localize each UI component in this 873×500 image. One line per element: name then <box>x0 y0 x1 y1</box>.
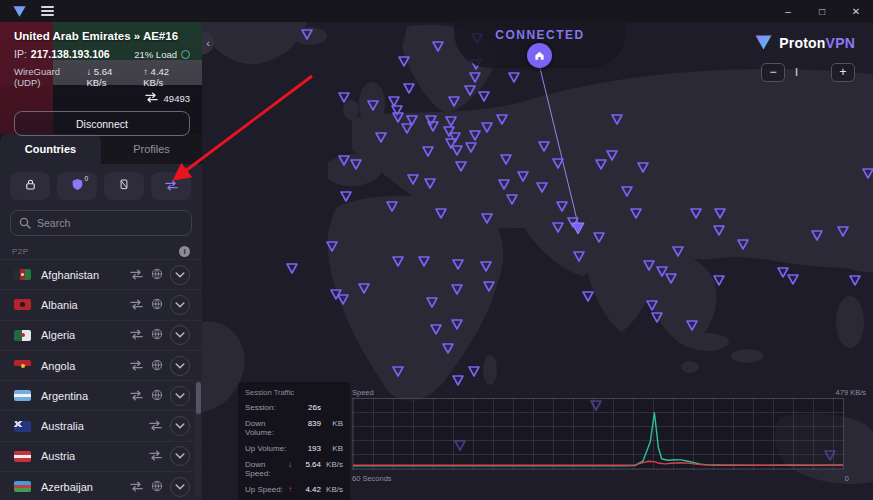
load-ring-icon <box>181 50 190 59</box>
port-forwarding-icon <box>164 179 179 194</box>
forwarded-port: 49493 <box>164 93 190 104</box>
ip-address: 217.138.193.106 <box>31 48 110 60</box>
country-list: AfghanistanAlbaniaAlgeriaAngolaArgentina… <box>0 259 202 500</box>
app-logo-icon <box>12 5 27 18</box>
p2p-icon <box>129 296 144 314</box>
p2p-icon <box>129 478 144 496</box>
country-name: Argentina <box>41 390 88 402</box>
minimize-button[interactable]: – <box>771 0 805 22</box>
connection-card: United Arab Emirates » AE#16 IP: 217.138… <box>0 22 202 134</box>
secure-core-button[interactable] <box>10 172 50 200</box>
p2p-icon <box>129 326 144 344</box>
expand-country-button[interactable] <box>170 356 190 376</box>
speed-chart <box>352 398 844 470</box>
country-row-at[interactable]: Austria <box>0 441 202 471</box>
country-row-dz[interactable]: Algeria <box>0 320 202 350</box>
sidebar: United Arab Emirates » AE#16 IP: 217.138… <box>0 22 202 500</box>
chevron-left-icon: ‹ <box>206 37 210 49</box>
zoom-in-button[interactable]: + <box>831 63 855 82</box>
tab-countries[interactable]: Countries <box>0 134 101 164</box>
flag-icon-at <box>14 451 31 462</box>
p2p-icon <box>129 357 144 375</box>
country-row-al[interactable]: Albania <box>0 289 202 319</box>
proton-triangle-icon <box>754 34 773 51</box>
maximize-button[interactable]: □ <box>805 0 839 22</box>
expand-country-button[interactable] <box>170 295 190 315</box>
upload-speed: ↑ 4.42 KB/s <box>143 66 190 88</box>
speed-chart-title: Speed <box>352 388 374 397</box>
titlebar: – □ ✕ <box>0 0 873 22</box>
shield-icon <box>71 178 84 194</box>
session-stat-row: Up Speed:↑4.42KB/s <box>245 485 343 494</box>
session-traffic-panel: Session Traffic Session:26sDown Volume:8… <box>238 382 350 500</box>
country-name: Australia <box>41 420 84 432</box>
session-stat-row: Down Speed:↓5.64KB/s <box>245 460 343 478</box>
country-row-ar[interactable]: Argentina <box>0 380 202 410</box>
flag-icon-az <box>14 481 31 492</box>
home-location-marker[interactable] <box>527 43 552 68</box>
connected-server-name: United Arab Emirates » AE#16 <box>14 30 190 42</box>
search-icon <box>19 217 31 229</box>
session-stat-row: Up Volume:193KB <box>245 444 343 453</box>
session-traffic-title: Session Traffic <box>245 388 343 397</box>
p2p-icon <box>148 447 163 465</box>
country-row-ao[interactable]: Angola <box>0 350 202 380</box>
country-name: Afghanistan <box>41 269 99 281</box>
world-map[interactable]: CONNECTED ‹ ProtonVPN − I + Session Traf… <box>202 22 873 500</box>
globe-icon <box>151 478 163 496</box>
search-input[interactable] <box>37 217 167 229</box>
port-forwarding-arrows-icon <box>144 92 159 105</box>
country-row-az[interactable]: Azerbaijan <box>0 471 202 500</box>
country-row-af[interactable]: Afghanistan <box>0 259 202 289</box>
expand-country-button[interactable] <box>170 386 190 406</box>
section-label-p2p: P2P <box>12 247 29 256</box>
flag-icon-dz <box>14 330 31 341</box>
disconnect-button[interactable]: Disconnect <box>14 111 190 136</box>
countries-panel: 0 P2P i AfghanistanAlbaniaAlgeriaAngolaA… <box>0 164 202 500</box>
sidebar-tabs: Countries Profiles <box>0 134 202 164</box>
protocol-label: WireGuard (UDP) <box>14 66 86 88</box>
flag-icon-au <box>14 421 31 432</box>
expand-country-button[interactable] <box>170 477 190 497</box>
country-name: Austria <box>41 450 75 462</box>
download-speed: ↓ 5.64 KB/s <box>86 66 133 88</box>
speed-chart-x-right: 0 <box>845 474 849 483</box>
server-load: 21% Load <box>134 49 190 60</box>
expand-country-button[interactable] <box>170 446 190 466</box>
speed-chart-x-left: 60 Seconds <box>352 474 392 483</box>
country-name: Angola <box>41 360 75 372</box>
tab-profiles[interactable]: Profiles <box>101 134 202 164</box>
flag-icon-ar <box>14 390 31 401</box>
netshield-badge: 0 <box>84 175 88 182</box>
close-button[interactable]: ✕ <box>839 0 873 22</box>
kill-switch-button[interactable] <box>104 172 144 200</box>
p2p-icon <box>129 266 144 284</box>
info-icon[interactable]: i <box>179 246 190 257</box>
expand-country-button[interactable] <box>170 325 190 345</box>
flag-icon-al <box>14 299 31 310</box>
country-row-au[interactable]: Australia <box>0 410 202 440</box>
globe-icon <box>151 387 163 405</box>
session-stat-row: Down Volume:839KB <box>245 419 343 437</box>
zoom-slider-tick[interactable]: I <box>785 66 831 78</box>
brand-proton: Proton <box>779 35 825 51</box>
scrollbar-track[interactable] <box>195 380 201 498</box>
expand-country-button[interactable] <box>170 416 190 436</box>
speed-chart-max-label: 479 KB/s <box>836 388 866 397</box>
home-icon <box>534 50 545 61</box>
port-forwarding-button[interactable] <box>151 172 191 200</box>
scrollbar-thumb[interactable] <box>196 382 201 414</box>
globe-icon <box>151 266 163 284</box>
netshield-button[interactable]: 0 <box>57 172 97 200</box>
hamburger-menu-icon[interactable] <box>41 6 54 16</box>
upload-speed-line <box>353 461 843 465</box>
search-box[interactable] <box>10 210 192 236</box>
protonvpn-window: CONNECTED ‹ ProtonVPN − I + Session Traf… <box>0 0 873 500</box>
quick-settings-row: 0 <box>0 164 202 206</box>
country-name: Azerbaijan <box>41 481 93 493</box>
expand-country-button[interactable] <box>170 265 190 285</box>
connected-status: CONNECTED <box>454 28 626 42</box>
globe-icon <box>151 326 163 344</box>
lock-icon <box>24 178 37 194</box>
zoom-out-button[interactable]: − <box>761 63 785 82</box>
